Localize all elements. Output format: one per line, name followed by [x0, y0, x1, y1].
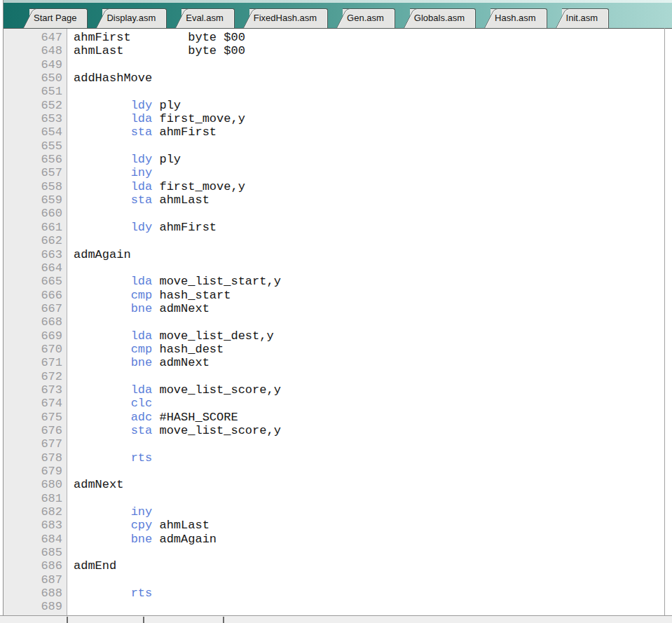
code-text[interactable]: bne admNext — [68, 356, 210, 369]
line-number: 649 — [4, 58, 68, 71]
code-token: hash_dest — [152, 343, 224, 356]
opcode-token: bne — [131, 533, 153, 546]
line-number: 662 — [4, 234, 68, 247]
code-text[interactable]: admEnd — [68, 559, 116, 573]
code-text[interactable]: ahmFirst byte $00 — [68, 31, 245, 44]
code-token: first_move,y — [152, 180, 245, 193]
opcode-token: bne — [131, 302, 153, 315]
code-text[interactable]: lda first_move,y — [68, 112, 245, 125]
code-line: 655 — [4, 139, 664, 153]
code-text[interactable]: rts — [68, 451, 152, 465]
editor-tab[interactable]: FixedHash.asm — [249, 8, 328, 28]
code-text[interactable]: bne admAgain — [68, 533, 217, 546]
code-text[interactable] — [68, 315, 74, 329]
tab-strip: Start PageDisplay.asmEval.asmFixedHash.a… — [15, 8, 672, 28]
opcode-token: cpy — [131, 519, 153, 532]
code-text[interactable] — [68, 546, 74, 559]
code-text[interactable]: sta move_list_score,y — [68, 424, 281, 437]
opcode-token: iny — [131, 505, 153, 519]
code-text[interactable] — [68, 234, 74, 247]
code-text[interactable] — [68, 58, 74, 71]
code-token — [74, 397, 131, 410]
code-line: 665 lda move_list_start,y — [4, 275, 664, 288]
line-number: 663 — [4, 248, 68, 261]
code-line: 663admAgain — [4, 248, 664, 261]
code-text[interactable]: iny — [68, 505, 152, 519]
editor-tab[interactable]: Display.asm — [102, 8, 167, 28]
code-token — [74, 180, 131, 193]
bottom-tab-edge — [143, 617, 144, 623]
line-number: 656 — [4, 153, 68, 166]
editor-tab[interactable]: Globals.asm — [410, 8, 476, 28]
code-token: ply — [152, 153, 181, 166]
code-token — [74, 424, 131, 437]
line-number: 647 — [4, 31, 68, 44]
editor-tab[interactable]: Eval.asm — [181, 8, 234, 28]
code-text[interactable]: sta ahmFirst — [68, 125, 217, 139]
code-text[interactable] — [68, 85, 74, 98]
tab-label: Eval.asm — [186, 13, 223, 23]
code-text[interactable]: addHashMove — [68, 71, 152, 85]
code-text[interactable]: lda move_list_dest,y — [68, 329, 274, 343]
code-text[interactable]: cmp hash_dest — [68, 343, 224, 356]
code-text[interactable] — [68, 465, 74, 478]
code-text[interactable]: iny — [68, 166, 152, 179]
editor-tab[interactable]: Init.asm — [562, 8, 610, 28]
code-line: 679 — [4, 465, 664, 478]
line-number: 680 — [4, 478, 68, 491]
tab-label: Hash.asm — [495, 13, 536, 23]
code-token: ahmLast — [152, 519, 210, 532]
code-line: 656 ldy ply — [4, 153, 664, 166]
code-text[interactable]: lda first_move,y — [68, 180, 245, 193]
editor-tab[interactable]: Gen.asm — [343, 8, 395, 28]
editor-tab[interactable]: Hash.asm — [491, 8, 547, 28]
code-token — [74, 302, 131, 315]
bottom-tab-edge — [223, 617, 224, 623]
opcode-token: iny — [131, 166, 153, 179]
code-token — [74, 125, 131, 139]
code-line: 650addHashMove — [4, 71, 664, 85]
code-token: first_move,y — [152, 112, 245, 125]
code-line: 672 — [4, 370, 664, 383]
code-text[interactable]: lda move_list_start,y — [68, 275, 281, 288]
code-token: move_list_score,y — [152, 424, 281, 437]
code-text[interactable]: cmp hash_start — [68, 289, 231, 302]
code-text[interactable]: ahmLast byte $00 — [68, 44, 245, 57]
code-text[interactable]: bne admNext — [68, 302, 210, 315]
code-text[interactable] — [68, 261, 74, 275]
code-editor[interactable]: 647ahmFirst byte $00648ahmLast byte $006… — [4, 29, 664, 615]
code-line: 659 sta ahmLast — [4, 193, 664, 207]
line-number: 670 — [4, 343, 68, 356]
code-text[interactable]: adc #HASH_SCORE — [68, 411, 238, 424]
code-text[interactable] — [68, 573, 74, 587]
code-line: 674 clc — [4, 397, 664, 410]
code-text[interactable]: clc — [68, 397, 152, 410]
code-text[interactable] — [68, 437, 74, 451]
line-number: 661 — [4, 221, 68, 234]
code-text[interactable] — [68, 492, 74, 505]
editor-tab[interactable]: Start Page — [29, 8, 88, 28]
line-number: 651 — [4, 85, 68, 98]
code-text[interactable]: ldy ply — [68, 153, 181, 166]
code-text[interactable]: rts — [68, 587, 152, 600]
code-line: 652 ldy ply — [4, 99, 664, 112]
code-text[interactable]: admAgain — [68, 248, 131, 261]
code-text[interactable]: ldy ahmFirst — [68, 221, 217, 234]
line-number: 685 — [4, 546, 68, 559]
code-text[interactable] — [68, 370, 74, 383]
code-text[interactable]: admNext — [68, 478, 123, 491]
code-text[interactable]: ldy ply — [68, 99, 181, 112]
code-text[interactable]: cpy ahmLast — [68, 519, 210, 532]
code-text[interactable] — [68, 139, 74, 153]
code-token — [74, 519, 131, 532]
code-token — [74, 153, 131, 166]
code-line: 647ahmFirst byte $00 — [4, 31, 664, 44]
line-number: 687 — [4, 573, 68, 587]
code-text[interactable] — [68, 207, 74, 220]
code-line: 687 — [4, 573, 664, 587]
code-text[interactable] — [68, 600, 74, 613]
code-text[interactable]: lda move_list_score,y — [68, 383, 281, 397]
code-token: ply — [152, 99, 181, 112]
code-text[interactable]: sta ahmLast — [68, 193, 210, 207]
code-line: 657 iny — [4, 166, 664, 179]
